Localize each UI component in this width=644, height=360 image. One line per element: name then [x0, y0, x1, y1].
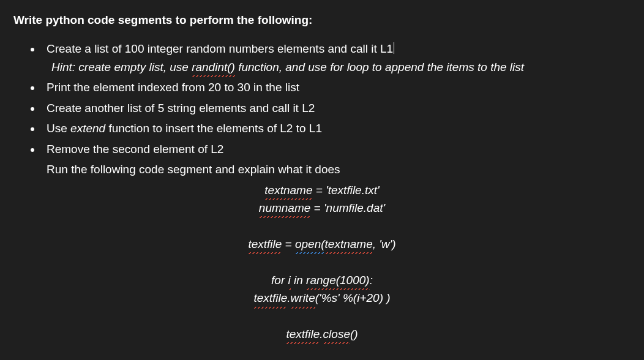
code-l3-eq: =	[282, 238, 295, 250]
code-l4-pre: for	[271, 274, 288, 287]
code-line-5: textfile.write('%s' %(i+20) )	[13, 289, 631, 307]
hint-pre: Hint: create empty list, use	[51, 61, 192, 73]
bullet-6: Run the following code segment and expla…	[42, 159, 631, 179]
bullet-5-text: Remove the second element of L2	[47, 143, 223, 156]
code-line-6: textfile.close()	[13, 325, 631, 343]
code-line-2: numname = 'numfile.dat'	[13, 199, 631, 217]
code-line-3: textfile = open(textname, 'w')	[13, 235, 631, 253]
code-range: range(1000)	[306, 271, 370, 289]
code-write: write	[291, 289, 315, 307]
document-page: Write python code segments to perform th…	[0, 0, 644, 343]
code-l4-post: :	[370, 274, 373, 287]
code-l3-rest: , 'w')	[373, 238, 396, 250]
code-l1-rest: = 'textfile.txt'	[312, 184, 379, 197]
bullet-3-text: Create another list of 5 string elements…	[47, 102, 315, 114]
bullet-1: Create a list of 100 integer random numb…	[42, 39, 631, 77]
code-textname: textname	[264, 181, 312, 199]
code-blank-1	[13, 217, 631, 234]
bullet-5: Remove the second element of L2	[42, 139, 631, 159]
bullet-2-text: Print the element indexed from 20 to 30 …	[47, 81, 299, 94]
code-textfile-2: textfile	[253, 289, 287, 307]
code-open: open(	[295, 235, 325, 253]
code-l4-mid: in	[291, 274, 306, 287]
code-open-arg: textname	[325, 235, 373, 253]
heading: Write python code segments to perform th…	[13, 11, 631, 29]
bullet-1-hint: Hint: create empty list, use randint() f…	[47, 58, 631, 76]
code-blank-2	[13, 253, 631, 271]
bullet-6-text: Run the following code segment and expla…	[47, 163, 340, 176]
bullet-4: Use extend function to insert the elemen…	[42, 118, 631, 138]
code-textfile-3: textfile	[286, 325, 320, 343]
hint-randint: randint()	[192, 58, 235, 76]
code-l5-rest: ('%s' %(i+20) )	[315, 291, 391, 304]
bullet-4-em: extend	[70, 122, 105, 135]
code-textfile-1: textfile	[248, 235, 282, 253]
bullet-list: Create a list of 100 integer random numb…	[42, 39, 631, 179]
hint-post: function, and use for loop to append the…	[235, 61, 524, 73]
bullet-1-text: Create a list of 100 integer random numb…	[47, 42, 393, 55]
code-block: textname = 'textfile.txt' numname = 'num…	[13, 181, 631, 343]
bullet-2: Print the element indexed from 20 to 30 …	[42, 77, 631, 97]
code-close: close	[323, 325, 350, 343]
bullet-3: Create another list of 5 string elements…	[42, 98, 631, 118]
code-blank-3	[13, 307, 631, 325]
code-line-4: for i in range(1000):	[13, 271, 631, 289]
code-i: i	[288, 271, 291, 289]
bullet-4-pre: Use	[47, 122, 70, 135]
code-line-1: textname = 'textfile.txt'	[13, 181, 631, 199]
bullet-4-post: function to insert the elements of L2 to…	[105, 122, 322, 135]
code-l2-rest: = 'numfile.dat'	[310, 201, 385, 214]
code-l6-rest: ()	[350, 328, 358, 340]
code-numname: numname	[259, 199, 311, 217]
text-cursor	[394, 42, 394, 54]
